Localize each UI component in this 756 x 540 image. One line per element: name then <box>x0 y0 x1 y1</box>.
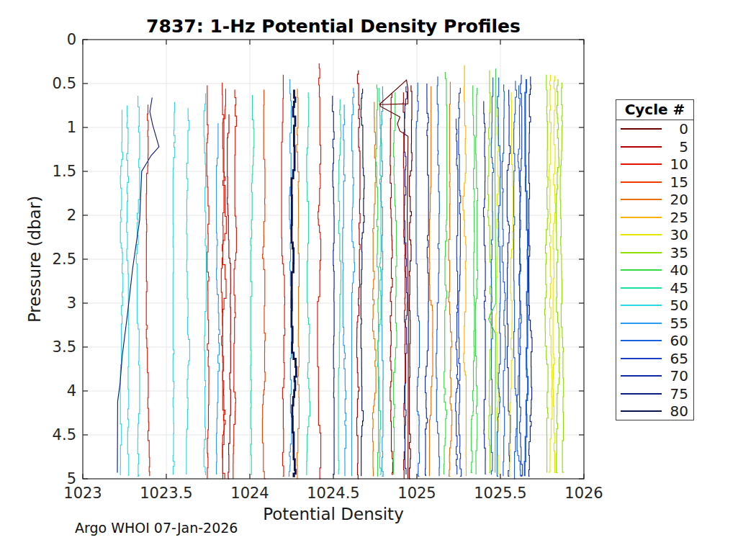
legend-entry-label: 65 <box>662 350 693 367</box>
legend-line-sample <box>621 199 662 200</box>
x-tick-label: 1024 <box>230 485 269 502</box>
profile-line-cycle-70 <box>484 101 486 474</box>
profile-line-cycle-10 <box>222 89 226 479</box>
legend-entry: 50 <box>616 297 693 315</box>
y-axis-label: Pressure (dbar) <box>25 196 44 323</box>
profile-line-cycle-10 <box>207 85 209 479</box>
x-tick-label: 1023.5 <box>140 485 192 502</box>
y-tick-label: 5 <box>67 470 76 487</box>
legend-line-sample <box>621 163 662 165</box>
profile-line-cycle-60 <box>436 76 440 476</box>
y-tick-label: 1 <box>67 119 76 136</box>
profile-line-cycle-35 <box>545 75 549 473</box>
profile-line-cycle-55 <box>352 88 355 476</box>
x-tick-label: 1024.5 <box>307 485 359 502</box>
legend-entry: 45 <box>616 279 693 297</box>
profile-line-cycle-5 <box>228 114 231 479</box>
legend-entry: 25 <box>616 209 693 227</box>
profile-line-cycle-80 <box>361 89 364 476</box>
legend-entry: 35 <box>616 244 693 262</box>
legend-entries: 05101520253035404550556065707580 <box>616 120 693 420</box>
figure-annotation: Argo WHOI 07-Jan-2026 <box>75 520 238 536</box>
legend-line-sample <box>621 128 662 130</box>
legend-line-sample <box>621 375 662 377</box>
legend-entry: 10 <box>616 156 693 174</box>
legend-entry-label: 60 <box>662 332 693 349</box>
legend-entry: 5 <box>616 138 693 156</box>
legend-entry-label: 35 <box>662 244 693 261</box>
profile-line-cycle-50 <box>204 93 206 475</box>
profile-line-cycle-50 <box>127 106 129 476</box>
legend-entry-label: 80 <box>662 402 693 420</box>
profile-line-cycle-20 <box>297 89 300 479</box>
profile-line-cycle-75 <box>529 76 533 476</box>
profile-line-cycle-50 <box>120 110 123 475</box>
legend-entry-label: 15 <box>662 174 693 191</box>
legend-line-sample <box>621 252 662 253</box>
y-tick-label: 2.5 <box>53 251 76 268</box>
chart-title: 7837: 1-Hz Potential Density Profiles <box>83 16 584 37</box>
profile-line-cycle-40 <box>376 84 379 476</box>
legend-entry: 60 <box>616 332 693 350</box>
y-tick-label: 0 <box>67 31 76 48</box>
legend-entry: 70 <box>616 367 693 385</box>
legend-box: Cycle # 05101520253035404550556065707580 <box>616 99 694 420</box>
profile-line-cycle-60 <box>514 81 518 479</box>
profile-line-cycle-55 <box>217 123 220 474</box>
profile-line-cycle-55 <box>343 104 346 476</box>
profile-line-cycle-35 <box>560 83 564 473</box>
y-tick-label: 4.5 <box>53 426 76 444</box>
legend-entry-label: 25 <box>662 209 693 226</box>
profile-line-cycle-50 <box>136 96 140 476</box>
profile-line-cycle-60 <box>491 78 493 474</box>
legend-entry: 0 <box>616 120 693 138</box>
profile-line-cycle-10 <box>318 63 321 479</box>
legend-entry-label: 45 <box>662 279 693 297</box>
profile-line-cycle-30 <box>549 75 552 473</box>
profile-line-cycle-15 <box>262 90 266 480</box>
profile-line-cycle-40 <box>394 92 397 474</box>
profile-line-cycle-40 <box>471 85 474 472</box>
legend-line-sample <box>621 323 662 324</box>
profile-line-cycle-65 <box>520 75 523 477</box>
legend-line-sample <box>621 393 662 395</box>
profile-line-cycle-5 <box>357 71 361 479</box>
y-tick-label: 3 <box>67 294 76 312</box>
profile-line-cycle-50 <box>186 108 190 474</box>
profile-line-cycle-25 <box>463 65 466 476</box>
legend-line-sample <box>621 410 662 412</box>
legend-entry-label: 30 <box>662 226 693 243</box>
profile-line-cycle-40 <box>475 88 477 474</box>
x-tick-label: 1025 <box>397 485 436 502</box>
profile-line-cycle-5 <box>390 93 393 474</box>
y-tick-label: 4 <box>67 382 76 400</box>
profile-line-cycle-10 <box>282 75 285 477</box>
legend-line-sample <box>621 358 662 359</box>
legend-entry-label: 20 <box>662 191 693 208</box>
profile-line-cycle-55 <box>381 86 383 477</box>
legend-line-sample <box>621 234 662 235</box>
legend-entry-label: 55 <box>662 315 693 332</box>
legend-entry: 20 <box>616 191 693 209</box>
y-tick-label: 2 <box>67 207 76 224</box>
legend-entry-label: 10 <box>662 156 693 173</box>
profile-line-cycle-40 <box>444 72 446 474</box>
profile-line-cycle-50 <box>173 102 175 474</box>
profile-line-cycle-10 <box>233 90 237 480</box>
profile-line-cycle-20 <box>449 82 452 477</box>
profile-line-cycle-70 <box>426 84 429 476</box>
profile-line-cycle-80 <box>292 90 297 477</box>
x-tick-label: 1026 <box>564 485 603 502</box>
legend-entry-label: 0 <box>662 120 693 138</box>
x-tick-label: 1025.5 <box>474 485 526 502</box>
profile-line-cycle-20 <box>429 86 433 477</box>
legend-line-sample <box>621 340 662 341</box>
legend-entry: 40 <box>616 261 693 279</box>
profile-line-cycle-30 <box>553 76 555 473</box>
legend-title: Cycle # <box>616 100 693 120</box>
legend-entry-label: 75 <box>662 385 693 402</box>
y-tick-label: 3.5 <box>53 338 76 356</box>
legend-entry-label: 70 <box>662 367 693 384</box>
matlab-figure: 10231023.510241024.510251025.5102600.511… <box>0 0 756 540</box>
profile-line-cycle-35 <box>488 71 492 473</box>
